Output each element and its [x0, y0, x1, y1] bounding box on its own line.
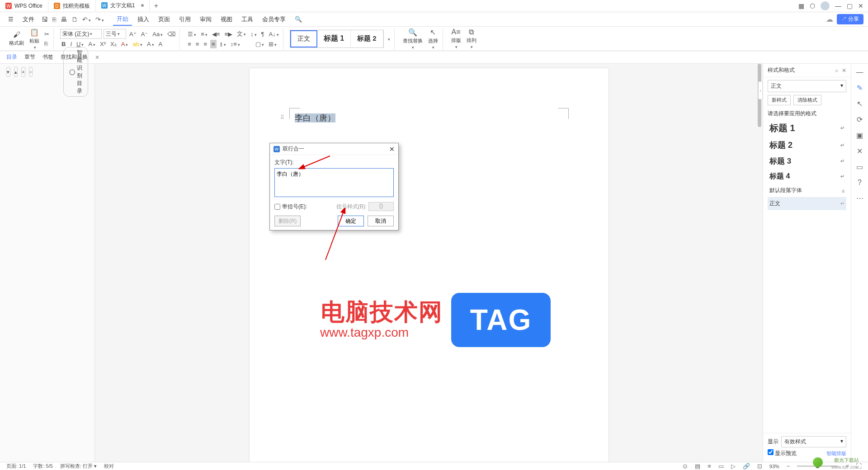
arrange-button[interactable]: ⧉排列	[465, 27, 478, 50]
print-icon[interactable]: 🖶	[61, 16, 67, 23]
indent-decrease-button[interactable]: ◀≡	[211, 30, 222, 38]
status-wordcount[interactable]: 字数: 5/5	[33, 463, 52, 470]
focus-mode-icon[interactable]: ⊙	[683, 463, 688, 470]
rail-refresh-icon[interactable]: ⟳	[857, 115, 863, 124]
cut-button[interactable]: ✂	[43, 30, 51, 38]
share-button[interactable]: ↗ 分享	[837, 14, 863, 24]
decrease-font-button[interactable]: A⁻	[140, 30, 150, 38]
style-more-button[interactable]	[386, 34, 392, 43]
preview-checkbox[interactable]: 显示预览	[768, 449, 797, 457]
rail-help-icon[interactable]: ?	[858, 179, 862, 187]
bracket-checkbox[interactable]: 带括号(E):	[274, 203, 307, 211]
style-body[interactable]: 正文	[290, 30, 317, 47]
bullets-button[interactable]: ☰	[186, 30, 198, 38]
sort-button[interactable]: A↓	[268, 30, 280, 38]
minimize-button[interactable]: —	[835, 2, 841, 9]
char-shading-button[interactable]: A	[146, 40, 156, 48]
change-case-button[interactable]: Aa	[151, 30, 164, 38]
smart-layout-link[interactable]: 智能排版	[826, 450, 846, 457]
navtab-chapter[interactable]: 章节	[24, 53, 35, 61]
menu-file[interactable]: 文件	[19, 14, 38, 25]
rail-pen-icon[interactable]: ✎	[857, 84, 863, 92]
search-icon[interactable]: 🔍	[291, 14, 306, 24]
print-preview-icon[interactable]: 🗋	[71, 16, 78, 23]
format-painter-button[interactable]: 🖌格式刷	[7, 30, 26, 47]
grid-icon[interactable]: ▦	[798, 2, 804, 9]
document-text[interactable]: 李白（唐）	[295, 113, 335, 123]
dialog-close-button[interactable]: ✕	[389, 146, 395, 153]
link-icon[interactable]: 🔗	[743, 463, 750, 470]
indent-increase-button[interactable]: ≡▶	[223, 30, 234, 38]
rail-tools-icon[interactable]: ✕	[857, 147, 863, 155]
style-item-h1[interactable]: 标题 1↵	[768, 119, 846, 137]
dialog-ok-button[interactable]: 确定	[338, 216, 364, 226]
menu-review[interactable]: 审阅	[196, 14, 215, 25]
text-direction-button[interactable]: 文	[236, 29, 247, 39]
clear-format-button[interactable]: ⌫	[166, 30, 177, 38]
menu-member[interactable]: 会员专享	[259, 14, 289, 25]
cube-icon[interactable]: ⬡	[810, 2, 815, 9]
close-window-button[interactable]: ✕	[858, 2, 863, 9]
menu-page[interactable]: 页面	[155, 14, 174, 25]
shading-button[interactable]: ▢	[254, 40, 265, 48]
status-page[interactable]: 页面: 1/1	[6, 463, 26, 470]
style-h2[interactable]: 标题 2	[351, 30, 383, 47]
fit-icon[interactable]: ⊡	[757, 463, 762, 470]
menu-hamburger[interactable]: ☰	[5, 14, 17, 24]
display-combo[interactable]: 有效样式▾	[781, 436, 846, 447]
style-item-default-font[interactable]: 默认段落字体a	[768, 184, 846, 197]
align-justify-button[interactable]: ≡	[210, 40, 217, 48]
new-style-button[interactable]: 新样式	[768, 95, 791, 105]
style-item-body[interactable]: 正文↵	[768, 197, 846, 210]
menu-start[interactable]: 开始	[113, 13, 132, 26]
view-print-icon[interactable]: ▤	[695, 463, 700, 470]
distribute-button[interactable]: ⫿	[218, 40, 227, 48]
pin-icon[interactable]: ⟐	[835, 67, 838, 74]
rail-collapse-icon[interactable]: —	[856, 68, 863, 76]
nav-plus-button[interactable]: +	[21, 67, 25, 77]
line-spacing-button[interactable]: ↕≡	[229, 40, 241, 48]
smart-toc-button[interactable]: ◯ 智能识别目录	[63, 47, 88, 97]
rail-image-icon[interactable]: ▣	[856, 131, 863, 140]
navpane-close-button[interactable]: ✕	[95, 54, 99, 61]
increase-font-button[interactable]: A⁺	[128, 30, 138, 38]
copy-button[interactable]: ⎘	[43, 39, 51, 48]
status-spellcheck[interactable]: 拼写检查: 打开 ▾	[60, 463, 97, 470]
style-h1[interactable]: 标题 1	[317, 30, 351, 47]
tab-templates[interactable]: D 找稻壳模板	[48, 0, 96, 12]
align-left-button[interactable]: ≡	[186, 40, 193, 48]
style-panel-close-button[interactable]: ✕	[842, 67, 846, 74]
navtab-toc[interactable]: 目录	[6, 53, 17, 61]
redo-button[interactable]: ↷	[95, 16, 104, 23]
undo-button[interactable]: ↶	[82, 16, 91, 23]
nav-minus-button[interactable]: −	[29, 67, 33, 77]
rail-book-icon[interactable]: ▭	[856, 163, 863, 171]
editor-area[interactable]: ⠿ 李白（唐）	[95, 64, 763, 462]
style-item-h2[interactable]: 标题 2↵	[768, 137, 846, 153]
status-proofing[interactable]: 校对	[104, 463, 114, 470]
zoom-value[interactable]: 93%	[769, 464, 779, 469]
font-size-combo[interactable]: 三号	[104, 29, 126, 39]
spacing-button[interactable]: ↕	[249, 30, 258, 38]
tab-wps-office[interactable]: W WPS Office	[0, 0, 48, 12]
save-icon[interactable]: 🖫	[42, 16, 48, 23]
paste-button[interactable]: 📋粘贴	[28, 27, 41, 51]
layout-button[interactable]: A≡排版	[449, 27, 463, 50]
drag-handle-icon[interactable]: ⠿	[280, 114, 284, 121]
vertical-scrollbar[interactable]	[756, 64, 763, 462]
page[interactable]: ⠿ 李白（唐）	[250, 68, 609, 462]
menu-insert[interactable]: 插入	[134, 14, 153, 25]
align-right-button[interactable]: ≡	[202, 40, 208, 48]
align-center-button[interactable]: ≡	[194, 40, 201, 48]
nav-up-button[interactable]: ▴	[14, 67, 18, 77]
view-outline-icon[interactable]: ≡	[708, 463, 711, 470]
clear-format-button[interactable]: 清除格式	[793, 95, 821, 105]
print-quick-icon[interactable]: ⎘	[52, 16, 56, 23]
menu-tools[interactable]: 工具	[238, 14, 257, 25]
borders-button[interactable]: ⊞	[267, 40, 278, 48]
numbering-button[interactable]: ≡	[199, 30, 209, 38]
find-replace-button[interactable]: 🔍查找替换	[401, 27, 425, 51]
nav-down-button[interactable]: ▾	[6, 67, 10, 77]
strikethrough-button[interactable]: A	[87, 40, 97, 48]
highlight-button[interactable]: ab	[131, 40, 143, 48]
